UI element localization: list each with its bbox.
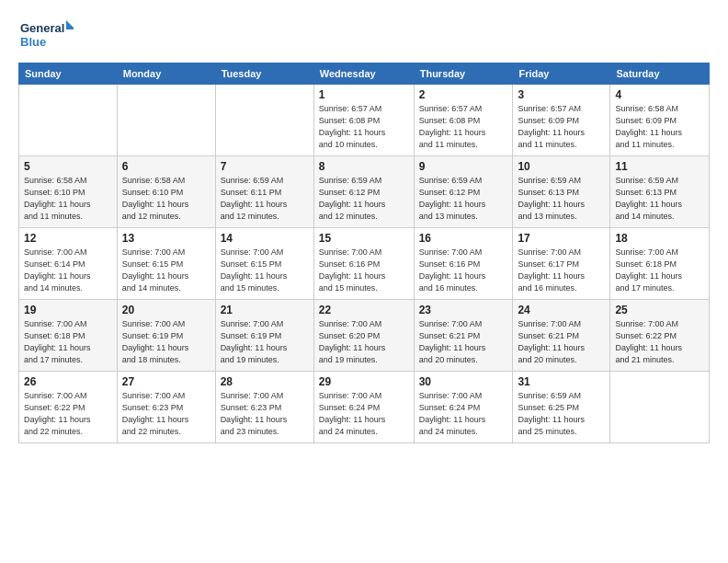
- day-info: Sunrise: 7:00 AM Sunset: 6:20 PM Dayligh…: [319, 318, 409, 366]
- day-info: Sunrise: 7:00 AM Sunset: 6:14 PM Dayligh…: [24, 247, 112, 294]
- week-row-5: 26Sunrise: 7:00 AM Sunset: 6:22 PM Dayli…: [19, 372, 710, 443]
- day-info: Sunrise: 7:00 AM Sunset: 6:23 PM Dayligh…: [122, 390, 210, 438]
- week-row-4: 19Sunrise: 7:00 AM Sunset: 6:18 PM Dayli…: [19, 300, 710, 372]
- day-info: Sunrise: 6:57 AM Sunset: 6:08 PM Dayligh…: [319, 103, 409, 151]
- day-info: Sunrise: 7:00 AM Sunset: 6:23 PM Dayligh…: [221, 390, 309, 438]
- calendar-cell: 2Sunrise: 6:57 AM Sunset: 6:08 PM Daylig…: [414, 85, 513, 156]
- day-number: 27: [122, 375, 210, 388]
- calendar-cell: 1Sunrise: 6:57 AM Sunset: 6:08 PM Daylig…: [313, 85, 414, 156]
- day-number: 3: [518, 88, 605, 101]
- day-number: 8: [319, 160, 409, 173]
- day-number: 28: [221, 375, 309, 388]
- day-number: 7: [221, 160, 309, 173]
- weekday-header-thursday: Thursday: [414, 63, 513, 85]
- day-number: 21: [221, 304, 309, 316]
- day-info: Sunrise: 7:00 AM Sunset: 6:21 PM Dayligh…: [518, 318, 605, 366]
- day-number: 10: [518, 160, 605, 173]
- calendar-cell: [610, 372, 710, 443]
- weekday-header-wednesday: Wednesday: [313, 63, 414, 85]
- calendar-cell: 21Sunrise: 7:00 AM Sunset: 6:19 PM Dayli…: [215, 300, 313, 372]
- day-info: Sunrise: 6:58 AM Sunset: 6:09 PM Dayligh…: [615, 103, 704, 151]
- day-info: Sunrise: 6:59 AM Sunset: 6:11 PM Dayligh…: [221, 175, 309, 223]
- calendar-cell: 24Sunrise: 7:00 AM Sunset: 6:21 PM Dayli…: [513, 300, 610, 372]
- calendar-cell: 10Sunrise: 6:59 AM Sunset: 6:13 PM Dayli…: [513, 156, 610, 228]
- day-info: Sunrise: 7:00 AM Sunset: 6:24 PM Dayligh…: [319, 390, 409, 438]
- day-info: Sunrise: 6:57 AM Sunset: 6:08 PM Dayligh…: [419, 103, 508, 151]
- week-row-3: 12Sunrise: 7:00 AM Sunset: 6:14 PM Dayli…: [19, 228, 710, 300]
- day-info: Sunrise: 6:58 AM Sunset: 6:10 PM Dayligh…: [24, 175, 112, 223]
- calendar-cell: 17Sunrise: 7:00 AM Sunset: 6:17 PM Dayli…: [513, 228, 610, 300]
- calendar-cell: [19, 85, 118, 156]
- calendar-cell: 19Sunrise: 7:00 AM Sunset: 6:18 PM Dayli…: [19, 300, 118, 372]
- day-info: Sunrise: 7:00 AM Sunset: 6:19 PM Dayligh…: [221, 318, 309, 366]
- calendar-cell: 29Sunrise: 7:00 AM Sunset: 6:24 PM Dayli…: [313, 372, 414, 443]
- day-info: Sunrise: 7:00 AM Sunset: 6:18 PM Dayligh…: [615, 247, 704, 294]
- calendar-cell: 31Sunrise: 6:59 AM Sunset: 6:25 PM Dayli…: [513, 372, 610, 443]
- day-number: 20: [122, 304, 210, 316]
- day-number: 24: [518, 304, 605, 316]
- calendar-cell: 18Sunrise: 7:00 AM Sunset: 6:18 PM Dayli…: [610, 228, 710, 300]
- day-number: 13: [122, 232, 210, 245]
- day-number: 18: [615, 232, 704, 245]
- day-number: 6: [122, 160, 210, 173]
- day-number: 16: [419, 232, 508, 245]
- calendar-cell: [117, 85, 215, 156]
- day-info: Sunrise: 7:00 AM Sunset: 6:15 PM Dayligh…: [122, 247, 210, 294]
- weekday-header-tuesday: Tuesday: [215, 63, 313, 85]
- calendar-cell: 9Sunrise: 6:59 AM Sunset: 6:12 PM Daylig…: [414, 156, 513, 228]
- calendar-cell: 11Sunrise: 6:59 AM Sunset: 6:13 PM Dayli…: [610, 156, 710, 228]
- day-info: Sunrise: 6:59 AM Sunset: 6:12 PM Dayligh…: [319, 175, 409, 223]
- calendar-cell: 16Sunrise: 7:00 AM Sunset: 6:16 PM Dayli…: [414, 228, 513, 300]
- day-number: 9: [419, 160, 508, 173]
- page: General Blue SundayMondayTuesdayWednesda…: [0, 0, 728, 563]
- calendar-cell: 3Sunrise: 6:57 AM Sunset: 6:09 PM Daylig…: [513, 85, 610, 156]
- week-row-2: 5Sunrise: 6:58 AM Sunset: 6:10 PM Daylig…: [19, 156, 710, 228]
- day-info: Sunrise: 7:00 AM Sunset: 6:16 PM Dayligh…: [419, 247, 508, 294]
- day-number: 17: [518, 232, 605, 245]
- calendar-cell: 5Sunrise: 6:58 AM Sunset: 6:10 PM Daylig…: [19, 156, 118, 228]
- calendar-table: SundayMondayTuesdayWednesdayThursdayFrid…: [18, 63, 710, 443]
- calendar-cell: 20Sunrise: 7:00 AM Sunset: 6:19 PM Dayli…: [117, 300, 215, 372]
- day-number: 31: [518, 375, 605, 388]
- day-info: Sunrise: 7:00 AM Sunset: 6:19 PM Dayligh…: [122, 318, 210, 366]
- day-info: Sunrise: 7:00 AM Sunset: 6:16 PM Dayligh…: [319, 247, 409, 294]
- day-number: 1: [319, 88, 409, 101]
- day-info: Sunrise: 7:00 AM Sunset: 6:22 PM Dayligh…: [615, 318, 704, 366]
- calendar-cell: 4Sunrise: 6:58 AM Sunset: 6:09 PM Daylig…: [610, 85, 710, 156]
- svg-marker-2: [66, 20, 74, 29]
- calendar-cell: 27Sunrise: 7:00 AM Sunset: 6:23 PM Dayli…: [117, 372, 215, 443]
- day-info: Sunrise: 7:00 AM Sunset: 6:15 PM Dayligh…: [221, 247, 309, 294]
- calendar-cell: 13Sunrise: 7:00 AM Sunset: 6:15 PM Dayli…: [117, 228, 215, 300]
- day-number: 19: [24, 304, 112, 316]
- day-number: 11: [615, 160, 704, 173]
- svg-text:Blue: Blue: [20, 35, 46, 49]
- day-number: 2: [419, 88, 508, 101]
- day-number: 25: [615, 304, 704, 316]
- logo: General Blue: [18, 17, 74, 53]
- day-number: 4: [615, 88, 704, 101]
- logo-svg: General Blue: [18, 17, 74, 53]
- day-info: Sunrise: 6:59 AM Sunset: 6:13 PM Dayligh…: [518, 175, 605, 223]
- weekday-header-sunday: Sunday: [19, 63, 118, 85]
- week-row-1: 1Sunrise: 6:57 AM Sunset: 6:08 PM Daylig…: [19, 85, 710, 156]
- calendar-cell: 23Sunrise: 7:00 AM Sunset: 6:21 PM Dayli…: [414, 300, 513, 372]
- calendar-cell: 22Sunrise: 7:00 AM Sunset: 6:20 PM Dayli…: [313, 300, 414, 372]
- weekday-header-row: SundayMondayTuesdayWednesdayThursdayFrid…: [19, 63, 710, 85]
- calendar-cell: 6Sunrise: 6:58 AM Sunset: 6:10 PM Daylig…: [117, 156, 215, 228]
- calendar-cell: [215, 85, 313, 156]
- calendar-cell: 15Sunrise: 7:00 AM Sunset: 6:16 PM Dayli…: [313, 228, 414, 300]
- day-info: Sunrise: 6:59 AM Sunset: 6:25 PM Dayligh…: [518, 390, 605, 438]
- weekday-header-saturday: Saturday: [610, 63, 710, 85]
- day-info: Sunrise: 6:58 AM Sunset: 6:10 PM Dayligh…: [122, 175, 210, 223]
- day-info: Sunrise: 6:57 AM Sunset: 6:09 PM Dayligh…: [518, 103, 605, 151]
- calendar-cell: 8Sunrise: 6:59 AM Sunset: 6:12 PM Daylig…: [313, 156, 414, 228]
- svg-text:General: General: [20, 21, 64, 35]
- day-number: 22: [319, 304, 409, 316]
- day-number: 23: [419, 304, 508, 316]
- day-number: 29: [319, 375, 409, 388]
- day-number: 26: [24, 375, 112, 388]
- day-number: 15: [319, 232, 409, 245]
- day-number: 12: [24, 232, 112, 245]
- day-info: Sunrise: 7:00 AM Sunset: 6:21 PM Dayligh…: [419, 318, 508, 366]
- day-info: Sunrise: 7:00 AM Sunset: 6:24 PM Dayligh…: [419, 390, 508, 438]
